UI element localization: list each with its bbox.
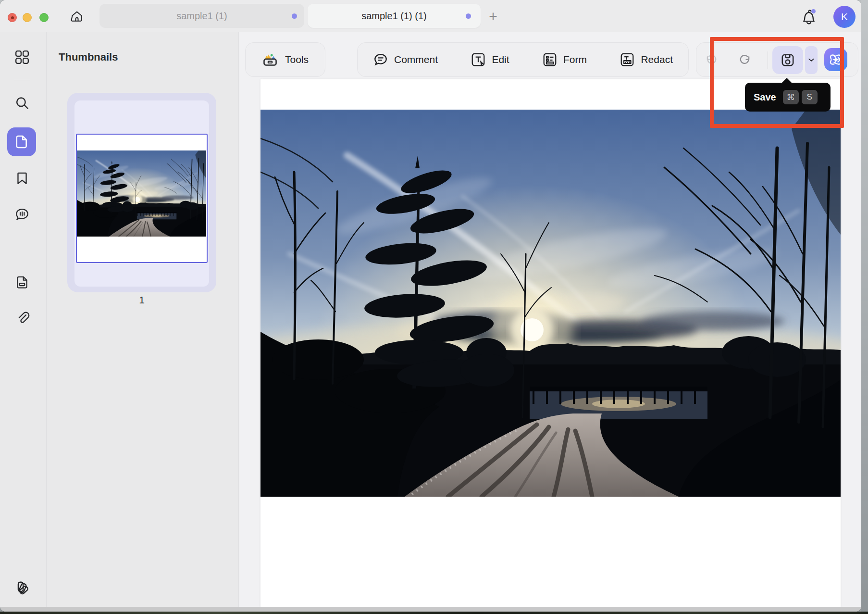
palette-fan-icon — [14, 579, 31, 595]
sidebar-item-bookmarks[interactable] — [14, 170, 30, 186]
app-window: sample1 (1) sample1 (1) (1) + K — [0, 0, 861, 612]
paperclip-icon — [14, 310, 30, 325]
zoom-button[interactable] — [39, 13, 49, 22]
sidebar-item-palette[interactable] — [14, 579, 30, 594]
home-button[interactable] — [70, 10, 84, 23]
unsaved-dot — [11, 16, 14, 19]
sidebar-item-apps[interactable] — [14, 50, 30, 65]
comment-bubble-icon — [14, 207, 30, 222]
bookmark-icon — [14, 170, 30, 186]
mode-form-label: Form — [563, 54, 587, 65]
mode-switcher: Comment Edit Form — [357, 42, 689, 77]
bell-icon — [800, 7, 818, 25]
rail-divider — [14, 80, 30, 80]
apps-grid-icon — [14, 50, 30, 65]
tab-sample1-1-1-active[interactable]: sample1 (1) (1) — [308, 4, 481, 28]
mode-redact-label: Redact — [641, 54, 673, 65]
comment-icon — [373, 52, 388, 67]
thumbnail-card[interactable] — [67, 93, 216, 292]
home-icon — [70, 10, 84, 23]
avatar[interactable]: K — [833, 6, 856, 28]
notifications-button[interactable] — [800, 7, 818, 25]
tools-button[interactable]: Tools — [245, 42, 325, 77]
search-icon — [14, 96, 30, 111]
sidebar-item-search[interactable] — [14, 96, 30, 111]
sidebar-item-comments[interactable] — [14, 207, 30, 222]
toolbox-icon — [262, 51, 278, 68]
panel-title: Thumbnails — [59, 51, 118, 63]
plus-icon: + — [489, 8, 497, 25]
avatar-initial: K — [841, 11, 848, 23]
redact-icon — [620, 52, 635, 67]
thumbnails-panel: Thumbnails 1 — [47, 32, 239, 607]
mode-comment-label: Comment — [394, 54, 438, 65]
sidebar-rail — [0, 32, 47, 607]
tab-label: sample1 (1) — [176, 11, 227, 22]
document-icon — [13, 134, 30, 150]
tab-sample1-1[interactable]: sample1 (1) — [99, 4, 304, 28]
sidebar-item-attachments[interactable] — [14, 310, 30, 325]
thumbnail-page-selected[interactable] — [76, 134, 208, 263]
tools-label: Tools — [285, 54, 309, 65]
tab-unsaved-dot — [292, 13, 297, 19]
mode-edit-label: Edit — [492, 54, 509, 65]
tab-unsaved-dot — [466, 13, 471, 19]
notification-dot — [811, 9, 816, 13]
new-tab-button[interactable]: + — [484, 8, 502, 25]
thumbnail-card-inner — [74, 100, 209, 287]
annotation-highlight-box — [710, 37, 844, 128]
pages-icon — [14, 275, 30, 290]
sidebar-item-pages[interactable] — [14, 275, 30, 290]
mode-redact[interactable]: Redact — [620, 52, 673, 67]
edit-text-icon — [471, 52, 486, 67]
mode-form[interactable]: Form — [542, 52, 587, 67]
desktop-wallpaper-bottom — [0, 612, 868, 614]
desktop-wallpaper-right — [861, 0, 868, 614]
thumbnail-page-number: 1 — [67, 294, 216, 306]
thumbnail-photo — [77, 150, 206, 237]
mode-edit[interactable]: Edit — [471, 52, 509, 67]
window-bottom-edge — [0, 607, 861, 612]
mode-comment[interactable]: Comment — [373, 52, 438, 67]
tab-label: sample1 (1) (1) — [361, 11, 427, 22]
minimize-button[interactable] — [23, 13, 32, 22]
close-button[interactable] — [8, 13, 17, 22]
sunset-photo — [260, 110, 841, 497]
titlebar: sample1 (1) sample1 (1) (1) + K — [0, 0, 861, 32]
form-icon — [542, 52, 558, 67]
sidebar-item-thumbnails-active[interactable] — [7, 127, 36, 156]
